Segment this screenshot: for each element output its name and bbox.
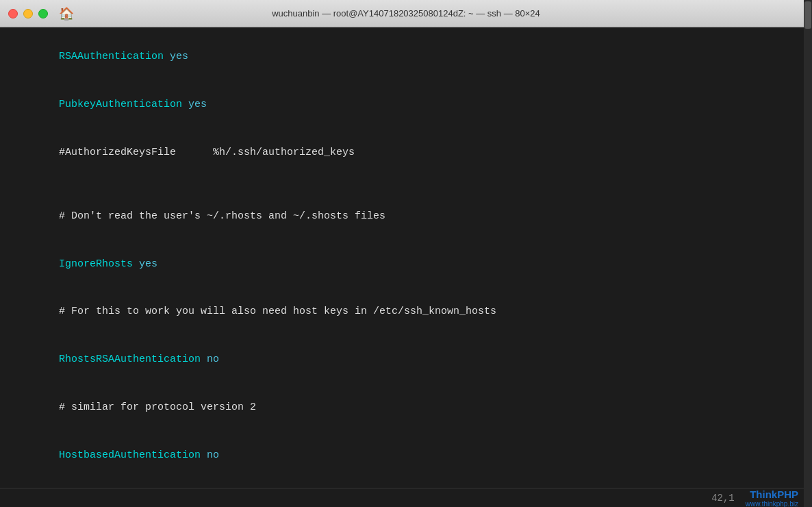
term-comment: # For this to work you will also need ho… [59, 306, 496, 317]
term-keyword: PubkeyAuthentication [59, 99, 182, 110]
term-value: no [207, 354, 219, 365]
term-keyword: IgnoreRhosts [59, 258, 133, 270]
term-line-comment1: # Don't read the user's ~/.rhosts and ~/… [10, 193, 802, 240]
titlebar-icon: 🏠 [59, 6, 74, 21]
term-comment: #AuthorizedKeysFile %h/.ssh/authorized_k… [59, 147, 355, 158]
term-line-ignorerhosts: IgnoreRhosts yes [10, 240, 802, 288]
close-button[interactable] [8, 9, 18, 18]
status-position: 42,1 [711, 493, 735, 504]
term-line-comment2: # For this to work you will also need ho… [10, 288, 802, 336]
term-line-rhosts-rsa: RhostsRSAAuthentication no [10, 336, 802, 384]
term-line-authkeys: #AuthorizedKeysFile %h/.ssh/authorized_k… [10, 129, 802, 177]
scrollbar[interactable] [804, 27, 812, 488]
terminal-content[interactable]: RSAAuthentication yes PubkeyAuthenticati… [0, 27, 812, 488]
term-line-rsa-auth: RSAAuthentication yes [10, 33, 802, 81]
brand-name: ThinkPHP [750, 489, 798, 500]
scrollbar-thumb[interactable] [804, 27, 811, 29]
term-keyword: RhostsRSAAuthentication [59, 354, 201, 365]
terminal-wrapper: RSAAuthentication yes PubkeyAuthenticati… [0, 27, 812, 488]
minimize-button[interactable] [23, 9, 33, 18]
term-line-hostbased: HostbasedAuthentication no [10, 431, 802, 479]
titlebar: 🏠 wuchuanbin — root@AY14071820325080124d… [0, 0, 812, 27]
term-blank-1 [10, 176, 802, 192]
terminal-window: 🏠 wuchuanbin — root@AY14071820325080124d… [0, 0, 812, 507]
status-bar: 42,1 ThinkPHP www.thinkphp.biz [0, 488, 812, 507]
term-line-comment3: # similar for protocol version 2 [10, 384, 802, 432]
term-value: yes [139, 258, 157, 270]
maximize-button[interactable] [38, 9, 48, 18]
term-value: yes [188, 99, 207, 110]
term-keyword: RSAAuthentication [59, 51, 164, 62]
term-line-pubkey: PubkeyAuthentication yes [10, 81, 802, 129]
term-value: yes [170, 51, 188, 62]
term-keyword: HostbasedAuthentication [59, 449, 201, 461]
brand-url: www.thinkphp.biz [746, 500, 798, 508]
titlebar-title: wuchuanbin — root@AY14071820325080124dZ:… [272, 8, 540, 18]
term-line-comment4: # Uncomment if you don't trust ~/.ssh/kn… [10, 479, 802, 488]
term-comment: # Don't read the user's ~/.rhosts and ~/… [59, 210, 385, 222]
term-value: no [207, 449, 219, 461]
thinkphp-logo: ThinkPHP www.thinkphp.biz [746, 489, 798, 508]
term-comment: # similar for protocol version 2 [59, 401, 256, 413]
